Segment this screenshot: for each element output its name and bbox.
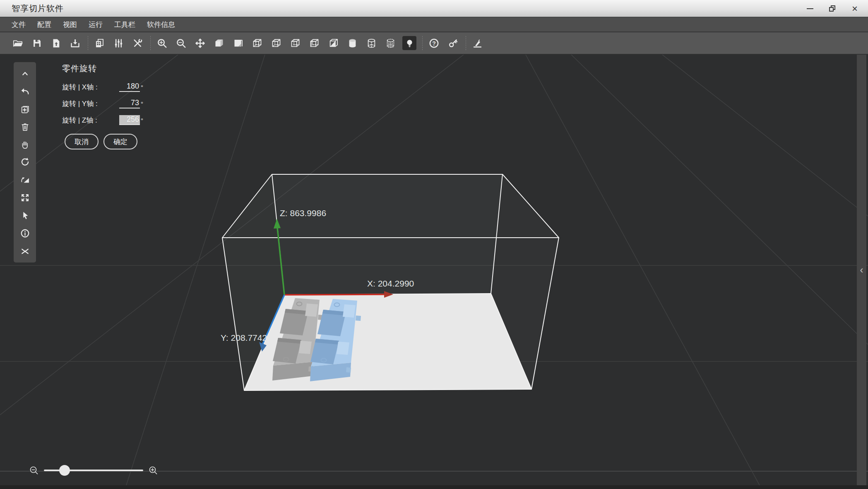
x-axis-label: X: 204.2990	[367, 279, 414, 288]
tool-rail	[14, 62, 36, 263]
cube-wire-dotted-button[interactable]	[269, 36, 283, 50]
x-axis	[284, 294, 385, 295]
help-icon: ?	[428, 38, 440, 49]
toolbar-separator	[88, 36, 88, 50]
add-document-icon	[20, 104, 30, 114]
tools-icon	[132, 38, 143, 49]
rotation-panel: 零件旋转 旋转 | X轴 : 180 ° 旋转 | Y轴 : 73 ° 旋转 |…	[62, 63, 157, 149]
menu-config[interactable]: 配置	[37, 20, 51, 29]
rotate-ccw-icon	[20, 157, 30, 167]
cube-wire-corner-icon	[290, 38, 301, 49]
pan-button[interactable]	[19, 138, 31, 151]
restore-button[interactable]	[827, 3, 838, 14]
menu-bar: 文件 配置 视图 运行 工具栏 软件信息	[0, 17, 868, 32]
menu-run[interactable]: 运行	[89, 20, 103, 29]
rotate-view-button[interactable]	[19, 156, 31, 169]
minimize-button[interactable]	[804, 3, 816, 14]
parameter-sliders-button[interactable]	[111, 36, 125, 50]
import-model-button[interactable]	[49, 36, 63, 50]
delete-part-button[interactable]	[19, 120, 31, 133]
chevron-left-icon: ‹	[860, 264, 863, 276]
duplicate-sheet-button[interactable]	[92, 36, 106, 50]
cancel-button[interactable]: 取消	[65, 134, 99, 149]
zoom-in-button[interactable]	[155, 36, 169, 50]
rotation-y-unit: °	[141, 100, 143, 108]
import-model-icon	[50, 38, 62, 49]
zoom-in-icon[interactable]	[148, 465, 158, 475]
light-toggle-button[interactable]	[402, 36, 416, 50]
info-button[interactable]	[19, 227, 31, 239]
z-axis-label: Z: 863.9986	[280, 208, 326, 218]
window-title: 智享切片软件	[12, 3, 64, 14]
rotation-z-input[interactable]: 256	[119, 115, 140, 125]
measure-pen-button[interactable]	[470, 36, 484, 50]
close-icon: ×	[852, 4, 858, 14]
right-panel-toggle-strip[interactable]: ‹	[857, 55, 866, 485]
cube-solid-button[interactable]	[212, 36, 226, 50]
mirror-flip-button[interactable]	[19, 174, 31, 186]
rail-collapse-button[interactable]	[19, 67, 31, 80]
rotation-x-input[interactable]: 180	[119, 82, 140, 92]
rotation-panel-title: 零件旋转	[62, 63, 157, 74]
menu-toolbar[interactable]: 工具栏	[114, 20, 135, 29]
trash-icon	[20, 122, 30, 132]
light-toggle-icon	[404, 38, 415, 49]
page-peel-button[interactable]	[231, 36, 245, 50]
cube-open-face-button[interactable]	[307, 36, 321, 50]
export-save-icon	[70, 38, 81, 49]
mirror-flip-icon	[20, 175, 30, 185]
save-file-button[interactable]	[30, 36, 44, 50]
cursor-icon	[20, 210, 30, 221]
rotation-panel-buttons: 取消 确定	[65, 134, 157, 149]
crossed-tools-button[interactable]	[19, 245, 31, 257]
license-key-button[interactable]	[446, 36, 460, 50]
rotation-row-x: 旋转 | X轴 : 180 °	[62, 81, 157, 92]
cube-wire-corner-button[interactable]	[288, 36, 302, 50]
undo-icon	[20, 86, 30, 96]
move-icon	[195, 38, 206, 49]
prism-half-button[interactable]	[326, 36, 340, 50]
select-button[interactable]	[19, 209, 31, 222]
move-button[interactable]	[193, 36, 207, 50]
cylinder-points-button[interactable]	[383, 36, 397, 50]
duplicate-sheet-icon	[94, 38, 105, 49]
undo-button[interactable]	[19, 85, 31, 98]
chevron-up-icon	[20, 68, 30, 79]
open-file-icon	[12, 38, 24, 49]
rotation-y-input[interactable]: 73	[119, 99, 140, 108]
y-axis-label: Y: 208.7742	[221, 333, 267, 342]
rotation-z-unit: °	[141, 117, 143, 125]
help-button[interactable]: ?	[427, 36, 441, 50]
menu-file[interactable]: 文件	[12, 20, 26, 29]
restore-icon	[829, 5, 836, 12]
cube-wire-dashed-button[interactable]	[250, 36, 264, 50]
info-icon	[20, 228, 30, 238]
svg-text:?: ?	[432, 40, 436, 46]
toolbar: ? 文件加载中 87%	[0, 32, 868, 54]
zoom-slider-track[interactable]	[44, 470, 143, 471]
rotation-x-label: 旋转 | X轴 :	[62, 82, 119, 92]
viewport-3d[interactable]: Z: 863.9986 X: 204.2990 Y: 208.7742	[0, 55, 868, 485]
license-key-icon	[447, 38, 459, 49]
open-file-button[interactable]	[11, 36, 25, 50]
menu-software-info[interactable]: 软件信息	[147, 20, 175, 29]
cylinder-solid-button[interactable]	[345, 36, 359, 50]
tools-button[interactable]	[130, 36, 144, 50]
window-controls: ×	[804, 0, 861, 17]
status-strip	[0, 485, 868, 489]
cylinder-wire-button[interactable]	[364, 36, 378, 50]
add-part-button[interactable]	[19, 103, 31, 115]
expand-arrows-icon	[20, 193, 30, 203]
zoom-out-button[interactable]	[174, 36, 188, 50]
close-button[interactable]: ×	[849, 3, 861, 14]
rotation-y-label: 旋转 | Y轴 :	[62, 99, 119, 108]
zoom-out-icon[interactable]	[29, 465, 39, 475]
cube-wire-dashed-icon	[252, 38, 263, 49]
export-save-button[interactable]	[68, 36, 82, 50]
fit-view-button[interactable]	[19, 192, 31, 204]
save-file-icon	[31, 38, 43, 49]
zoom-slider-thumb[interactable]	[59, 465, 70, 476]
rotation-z-label: 旋转 | Z轴 :	[62, 116, 119, 125]
confirm-button[interactable]: 确定	[103, 134, 137, 149]
menu-view[interactable]: 视图	[63, 20, 77, 29]
